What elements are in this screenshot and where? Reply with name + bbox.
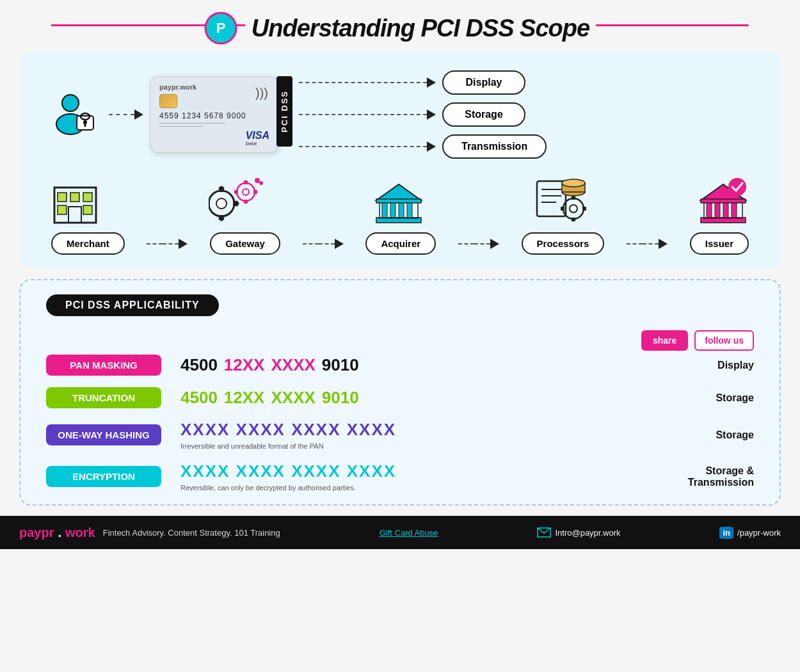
display-box: Display (442, 70, 525, 95)
pan-masking-pan: 4500 12XX XXXX 9010 (180, 355, 652, 375)
truncation-display: 4500 12XX XXXX 9010 (180, 388, 652, 408)
encryption-pan: XXXX XXXX XXXX XXXX Reversible, can only… (180, 461, 652, 492)
pan-masking-badge: PAN MASKING (46, 355, 161, 376)
display-row: Display (299, 70, 547, 95)
pci-applicability-badge: PCI DSS APPLICABILITY (46, 294, 754, 330)
hashing-display: XXXX XXXX XXXX XXXX (180, 420, 652, 440)
hashing-use: Storage (671, 429, 754, 441)
flow-labels-row: Merchant Gateway Acquirer Processors Iss… (45, 232, 755, 255)
svg-rect-37 (399, 201, 404, 218)
payprwork-icon: P (204, 12, 237, 45)
svg-point-16 (216, 198, 227, 209)
bottom-section: PCI DSS APPLICABILITY share follow us PA… (19, 279, 781, 506)
hashing-pan: XXXX XXXX XXXX XXXX Irreversible and unr… (180, 420, 652, 450)
to-display-arrow (299, 77, 436, 88)
acquirer-to-processors-arrow (458, 239, 499, 249)
hashing-sub-text: Irreversible and unreadable format of th… (180, 442, 652, 450)
issuer-icon (698, 178, 749, 226)
top-section: paypr.work ))) 4559 1234 5678 9000 VISA … (19, 51, 781, 268)
footer-tagline: Fintech Advisory. Content Strategy. 101 … (103, 528, 280, 538)
card-line2 (159, 126, 203, 127)
svg-rect-11 (83, 193, 92, 202)
gateway-icon-col (209, 178, 263, 226)
card-with-badge: paypr.work ))) 4559 1234 5678 9000 VISA … (150, 76, 292, 153)
person-to-card-arrow (109, 109, 143, 120)
card-debit: Debit (246, 141, 269, 146)
svg-rect-57 (715, 201, 720, 218)
gateway-label: Gateway (210, 232, 280, 255)
svg-point-46 (570, 205, 577, 212)
svg-rect-48 (572, 218, 575, 221)
svg-point-26 (243, 189, 249, 195)
svg-rect-9 (58, 193, 67, 202)
footer-linkedin[interactable]: in /paypr-work (719, 527, 780, 539)
svg-marker-39 (376, 184, 421, 200)
pan-masking-display: 4500 12XX XXXX 9010 (180, 355, 652, 375)
svg-point-53 (562, 179, 585, 187)
storage-row: Storage (299, 102, 547, 127)
right-boxes: Display Storage Transmission (299, 70, 547, 159)
encryption-display: XXXX XXXX XXXX XXXX (180, 461, 652, 481)
transmission-box: Transmission (442, 134, 547, 159)
page-title: Understanding PCI DSS Scope (245, 15, 596, 42)
svg-text:P: P (216, 20, 226, 36)
card-network: VISA Debit (246, 130, 269, 146)
encryption-badge: ENCRYPTION (46, 466, 161, 487)
person-icon (48, 89, 99, 140)
svg-rect-10 (70, 193, 79, 202)
processors-icon (534, 178, 588, 226)
issuer-icon-col (698, 178, 749, 226)
issuer-label: Issuer (690, 232, 749, 255)
truncation-row: TRUNCATION 4500 12XX XXXX 9010 Storage (46, 387, 754, 408)
processors-icon-col (534, 178, 588, 226)
card-brand: paypr.work (159, 83, 268, 91)
nfc-icon: ))) (255, 86, 268, 100)
card-number: 4559 1234 5678 9000 (159, 111, 268, 120)
svg-rect-35 (382, 201, 387, 218)
svg-rect-56 (707, 201, 712, 218)
card-line1 (159, 123, 225, 124)
acquirer-icon-col (373, 178, 424, 226)
svg-rect-49 (561, 207, 564, 211)
svg-rect-12 (58, 205, 67, 214)
svg-rect-36 (390, 201, 396, 218)
svg-rect-14 (68, 207, 81, 223)
svg-point-2 (62, 95, 79, 111)
pan-masking-row: PAN MASKING 4500 12XX XXXX 9010 Display (46, 355, 754, 376)
svg-rect-30 (253, 190, 257, 194)
applicability-rows: PAN MASKING 4500 12XX XXXX 9010 Display … (46, 355, 754, 492)
pan-masking-use: Display (671, 360, 754, 371)
acquirer-icon (373, 178, 424, 226)
footer-email: Intro@paypr.work (537, 527, 620, 538)
truncation-badge: TRUNCATION (46, 387, 161, 408)
svg-rect-47 (572, 196, 575, 200)
svg-rect-29 (234, 190, 238, 194)
storage-box: Storage (442, 102, 525, 127)
to-storage-arrow (299, 109, 436, 120)
share-button[interactable]: share (641, 330, 688, 351)
svg-rect-61 (701, 199, 746, 203)
gateway-to-acquirer-arrow (303, 239, 344, 249)
page-header: P Understanding PCI DSS Scope (0, 0, 800, 51)
share-follow-row[interactable]: share follow us (46, 330, 754, 351)
to-transmission-arrow (299, 141, 436, 152)
svg-rect-13 (83, 205, 92, 214)
linkedin-icon: in (719, 527, 733, 539)
svg-rect-58 (723, 201, 728, 218)
svg-rect-50 (582, 207, 586, 211)
svg-rect-28 (244, 200, 248, 204)
svg-rect-59 (732, 201, 737, 218)
encryption-row: ENCRYPTION XXXX XXXX XXXX XXXX Reversibl… (46, 461, 754, 492)
merchant-to-gateway-arrow (147, 239, 188, 249)
person-icon-wrap (45, 89, 102, 140)
email-icon (537, 527, 551, 538)
processors-label: Processors (522, 232, 605, 255)
svg-point-32 (259, 181, 263, 185)
hashing-row: ONE-WAY HASHING XXXX XXXX XXXX XXXX Irre… (46, 420, 754, 450)
footer-link[interactable]: Gift Card Abuse (380, 527, 438, 538)
gift-card-link[interactable]: Gift Card Abuse (380, 528, 438, 538)
pci-dss-badge: PCI DSS (276, 76, 292, 147)
follow-button[interactable]: follow us (694, 330, 754, 351)
merchant-icon-col (51, 181, 99, 226)
svg-rect-7 (84, 124, 86, 127)
